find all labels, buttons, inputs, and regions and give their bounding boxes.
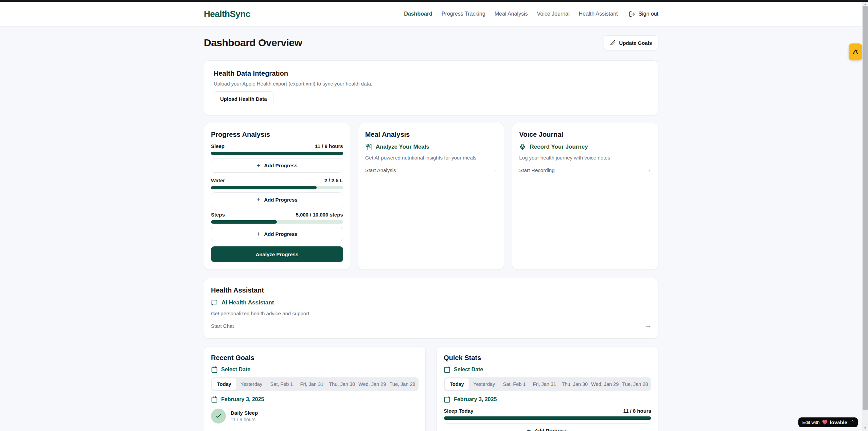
goal-complete-badge [211,409,226,424]
start-recording-link[interactable]: Start Recording → [519,166,651,174]
select-date-label: Select Date [454,367,483,373]
tab-sat-feb-1[interactable]: Sat, Feb 1 [267,378,297,390]
update-goals-label: Update Goals [619,40,652,46]
tab-today[interactable]: Today [445,378,469,390]
add-progress-label: Add Progress [534,428,568,431]
nav-meal-analysis[interactable]: Meal Analysis [495,11,528,17]
pencil-icon [610,40,616,45]
scrollbar[interactable]: ▲ ▼ [862,0,868,431]
quick-stats-add-progress-button[interactable]: + Add Progress [444,423,651,431]
progress-analysis-card: Progress Analysis Sleep 11 / 8 hours + A… [204,123,350,270]
meal-description: Get AI-powered nutritional insights for … [365,155,497,161]
sign-out-button[interactable]: Sign out [629,11,658,17]
integration-title: Health Data Integration [214,70,649,77]
add-water-progress-button[interactable]: + Add Progress [211,192,343,207]
analyze-progress-button[interactable]: Analyze Progress [211,246,343,262]
water-progress-bar [211,186,343,189]
water-progress-fill [211,186,317,189]
tab-sat-feb-1[interactable]: Sat, Feb 1 [499,378,530,390]
app-header: HealthSync Dashboard Progress Tracking M… [0,2,862,26]
voice-description: Log your health journey with voice notes [519,155,651,161]
recent-goals-current-date[interactable]: February 3, 2025 [211,396,419,403]
analyze-your-meals-link[interactable]: Analyze Your Meals [365,144,497,150]
health-data-integration-card: Health Data Integration Upload your Appl… [204,60,658,115]
sleep-value: 11 / 8 hours [315,143,343,149]
add-sleep-progress-button[interactable]: + Add Progress [211,158,343,173]
tab-fri-jan-31[interactable]: Fri, Jan 31 [297,378,327,390]
meal-analysis-card: Meal Analysis Analyze Your Meals Get AI-… [358,123,504,270]
progress-analysis-title: Progress Analysis [211,131,343,138]
tab-tue-jan-28[interactable]: Tue, Jan 28 [620,378,650,390]
plus-icon: + [256,231,260,237]
tab-thu-jan-30[interactable]: Thu, Jan 30 [327,378,357,390]
meal-analysis-title: Meal Analysis [365,131,497,138]
sleep-today-progress-fill [444,416,651,420]
scrollbar-thumb[interactable] [863,6,868,410]
quick-stats-select-date[interactable]: Select Date [444,366,651,373]
tab-fri-jan-31[interactable]: Fri, Jan 31 [529,378,560,390]
voice-journal-title: Voice Journal [519,131,651,138]
current-date-label: February 3, 2025 [221,396,264,402]
goal-value: 11 / 8 hours [231,417,258,422]
lovable-label: lovable [830,420,847,425]
floating-widget-badge[interactable] [849,43,862,60]
health-assistant-card: Health Assistant AI Health Assistant Get… [204,278,658,339]
recent-goals-date-tabs: Today Yesterday Sat, Feb 1 Fri, Jan 31 T… [211,377,419,391]
nav-voice-journal[interactable]: Voice Journal [537,11,569,17]
recent-goals-title: Recent Goals [211,354,419,362]
scroll-down-arrow-icon[interactable]: ▼ [862,425,868,431]
analyze-your-meals-label: Analyze Your Meals [376,144,429,150]
sleep-label: Sleep [211,143,225,149]
add-steps-progress-button[interactable]: + Add Progress [211,227,343,241]
metric-water: Water 2 / 2.5 L + Add Progress [211,177,343,207]
water-label: Water [211,177,225,183]
edit-with-label: Edit with [802,420,820,425]
quick-stats-current-date[interactable]: February 3, 2025 [444,396,651,403]
heart-icon [822,420,828,425]
record-your-journey-link[interactable]: Record Your Journey [519,144,651,150]
edit-with-lovable-badge[interactable]: Edit with lovable × [798,417,858,427]
tab-thu-jan-30[interactable]: Thu, Jan 30 [560,378,590,390]
tab-wed-jan-29[interactable]: Wed, Jan 29 [357,378,387,390]
start-chat-link[interactable]: Start Chat → [211,322,651,330]
plus-icon: + [527,427,531,431]
utensils-icon [365,144,372,150]
sleep-today-value: 11 / 8 hours [623,408,651,414]
nav-health-assistant[interactable]: Health Assistant [579,11,618,17]
quick-stats-date-tabs: Today Yesterday Sat, Feb 1 Fri, Jan 31 T… [444,377,651,391]
logout-icon [629,11,635,17]
sleep-today-progress-bar [444,416,651,420]
sleep-progress-bar [211,152,343,155]
chat-bubble-icon [211,299,218,306]
nav-dashboard[interactable]: Dashboard [404,11,432,17]
quick-stats-title: Quick Stats [444,354,651,362]
update-goals-button[interactable]: Update Goals [604,35,658,50]
quick-stats-card: Quick Stats Select Date Today Yesterday … [437,346,658,431]
tab-wed-jan-29[interactable]: Wed, Jan 29 [590,378,620,390]
upload-health-data-button[interactable]: Upload Health Data [214,91,273,106]
metric-sleep: Sleep 11 / 8 hours + Add Progress [211,143,343,173]
goal-name: Daily Sleep [231,410,258,416]
nav-progress-tracking[interactable]: Progress Tracking [442,11,485,17]
steps-progress-bar [211,220,343,224]
voice-journal-card: Voice Journal Record Your Journey Log yo… [512,123,658,270]
steps-value: 5,000 / 10,000 steps [296,212,343,218]
recent-goals-select-date[interactable]: Select Date [211,366,419,373]
app-logo[interactable]: HealthSync [204,9,250,19]
start-analysis-link[interactable]: Start Analysis → [365,166,497,174]
add-progress-label: Add Progress [264,231,297,237]
tab-tue-jan-28[interactable]: Tue, Jan 28 [387,378,418,390]
plus-icon: + [256,196,260,203]
sleep-progress-fill [211,152,343,155]
tab-yesterday[interactable]: Yesterday [469,378,499,390]
ai-health-assistant-label: AI Health Assistant [222,299,274,306]
add-progress-label: Add Progress [264,163,297,168]
ai-health-assistant-link[interactable]: AI Health Assistant [211,299,651,306]
spark-logo-icon [852,48,859,56]
close-icon[interactable]: × [851,418,854,423]
main-nav: Dashboard Progress Tracking Meal Analysi… [404,11,658,17]
tab-today[interactable]: Today [212,378,236,390]
recent-goals-card: Recent Goals Select Date Today Yesterday… [204,346,426,431]
tab-yesterday[interactable]: Yesterday [236,378,267,390]
page: HealthSync Dashboard Progress Tracking M… [0,2,862,431]
